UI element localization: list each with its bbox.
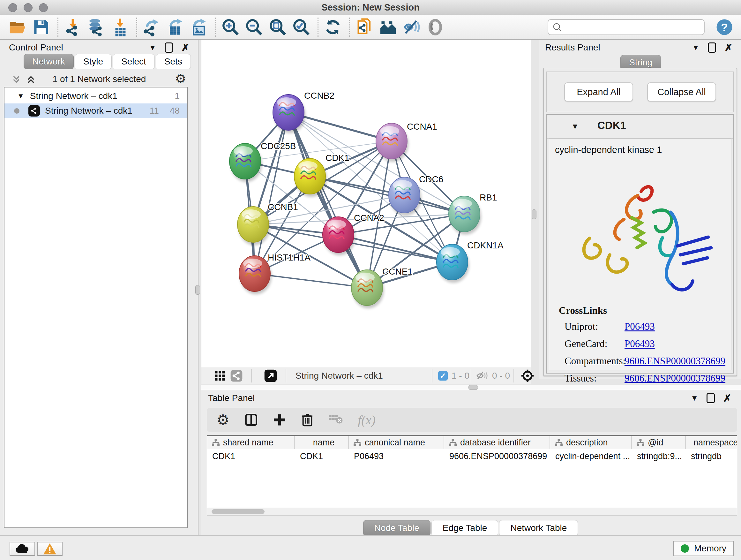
crosslink-tissues-link[interactable]: 9606.ENSP00000378699	[624, 373, 725, 384]
search-input[interactable]	[548, 19, 704, 35]
cell-canonical-name[interactable]: P06493	[349, 449, 444, 463]
network-view-footer: String Network – cdk1 ✓ 1 - 0 0 - 0	[201, 367, 531, 384]
refresh-view-icon[interactable]	[324, 18, 342, 37]
network-view-dot-icon	[14, 108, 19, 114]
zoom-in-icon[interactable]	[221, 18, 240, 37]
export-image-icon[interactable]	[190, 18, 208, 37]
zoom-out-icon[interactable]	[245, 18, 263, 37]
results-panel-menu-icon[interactable]: ▼	[692, 44, 699, 51]
network-collection-row[interactable]: ▼ String Network – cdk1 1	[4, 89, 187, 104]
table-panel-menu-icon[interactable]: ▼	[690, 394, 698, 402]
tab-edge-table[interactable]: Edge Table	[431, 520, 498, 536]
zoom-fit-icon[interactable]	[268, 18, 287, 37]
gene-description: cyclin-dependent kinase 1	[555, 145, 662, 155]
column-header-shared-name[interactable]: shared name	[207, 436, 295, 449]
minimize-window-button[interactable]	[23, 3, 32, 12]
memory-button[interactable]: Memory	[673, 541, 734, 556]
collection-disclosure-icon[interactable]: ▼	[17, 92, 24, 100]
table-toolbar: ⚙ f(x)	[207, 408, 737, 432]
tab-select[interactable]: Select	[113, 54, 155, 69]
cell-name[interactable]: CDK1	[295, 449, 349, 463]
string-network-icon	[28, 105, 40, 117]
string-results-box: Expand All Collapse All ▼ CDK1 cyclin-de…	[543, 68, 737, 376]
help-icon[interactable]: ?	[716, 18, 733, 36]
show-results-icon[interactable]	[426, 18, 445, 37]
control-panel-float-icon[interactable]	[165, 43, 173, 53]
results-panel-float-icon[interactable]	[708, 43, 716, 53]
export-network-icon[interactable]	[142, 18, 161, 37]
network-options-gear-icon[interactable]: ⚙	[175, 72, 186, 85]
show-columns-icon[interactable]	[244, 413, 258, 427]
node-label-ccne1: CCNE1	[382, 266, 413, 276]
table-panel-float-icon[interactable]	[706, 393, 715, 403]
import-network-file-icon[interactable]	[64, 18, 82, 37]
network-share-view-icon[interactable]	[230, 369, 243, 382]
column-header-name[interactable]: name	[295, 436, 349, 449]
control-panel-menu-icon[interactable]: ▼	[149, 44, 156, 51]
column-header-id[interactable]: @id	[632, 436, 686, 449]
table-panel-close-icon[interactable]: ✗	[723, 393, 731, 403]
cell-shared-name[interactable]: CDK1	[207, 449, 295, 463]
splitter-handle-left[interactable]	[195, 285, 200, 295]
column-header-canonical-name[interactable]: canonical name	[349, 436, 444, 449]
crosslink-compartments-link[interactable]: 9606.ENSP00000378699	[624, 355, 725, 367]
network-row[interactable]: String Network – cdk1 11 48	[4, 104, 187, 118]
cell-id[interactable]: stringdb:9...	[632, 449, 686, 463]
zoom-selected-icon[interactable]	[292, 18, 311, 37]
open-session-icon[interactable]	[8, 18, 27, 37]
cloud-button[interactable]	[10, 542, 35, 556]
collapse-all-button[interactable]: Collapse All	[647, 82, 716, 102]
table-horizontal-scrollbar[interactable]	[207, 508, 737, 516]
tab-node-table[interactable]: Node Table	[363, 520, 430, 536]
hide-results-icon[interactable]	[402, 18, 421, 37]
network-node-ccnb1: CCNB1	[238, 202, 298, 245]
birds-eye-view-icon[interactable]	[521, 369, 535, 383]
tab-sets[interactable]: Sets	[156, 54, 191, 69]
table-options-gear-icon[interactable]: ⚙	[216, 413, 229, 427]
warning-button[interactable]	[37, 542, 63, 556]
add-column-icon[interactable]	[273, 413, 286, 427]
splitter-handle-bottom[interactable]	[468, 385, 478, 390]
toolbar-separator	[215, 17, 216, 37]
tab-network[interactable]: Network	[23, 54, 74, 69]
column-header-description[interactable]: description	[550, 436, 632, 449]
warning-icon	[43, 543, 57, 555]
import-table-icon[interactable]	[111, 18, 129, 37]
tab-style[interactable]: Style	[75, 54, 112, 69]
expand-all-button[interactable]: Expand All	[564, 82, 633, 102]
export-table-icon[interactable]	[166, 18, 185, 37]
string-home-icon[interactable]	[379, 18, 397, 37]
cell-namespace[interactable]: stringdb	[686, 449, 737, 463]
import-network-database-icon[interactable]	[87, 18, 106, 37]
share-document-icon[interactable]	[355, 18, 374, 37]
table-row[interactable]: CDK1 CDK1 P06493 9606.ENSP00000378699 cy…	[207, 449, 737, 463]
close-window-button[interactable]	[8, 3, 17, 12]
cell-database-identifier[interactable]: 9606.ENSP00000378699	[444, 449, 550, 463]
column-type-icon	[636, 439, 645, 446]
network-canvas[interactable]: CCNB2CCNA1CDC25BCDK1CDC6RB1CCNB1CCNA2CDK…	[201, 40, 531, 367]
grid-view-icon[interactable]	[214, 370, 226, 381]
column-type-icon	[555, 439, 563, 446]
maximize-window-button[interactable]	[39, 3, 48, 12]
cell-description[interactable]: cyclin-dependent ...	[550, 449, 632, 463]
search-box	[548, 19, 704, 35]
selected-count: 1 - 0	[452, 371, 469, 381]
results-panel-close-icon[interactable]: ✗	[724, 43, 733, 53]
crosslink-label: Tissues:	[559, 373, 624, 384]
scrollbar-thumb[interactable]	[212, 509, 265, 514]
crosslink-genecard-link[interactable]: P06493	[624, 338, 655, 350]
tab-network-table[interactable]: Network Table	[499, 520, 578, 536]
open-in-new-window-icon[interactable]	[264, 369, 277, 382]
splitter-handle-right[interactable]	[532, 209, 536, 219]
delete-column-icon[interactable]	[301, 413, 314, 427]
save-session-icon[interactable]	[32, 18, 51, 37]
selected-checkbox-icon[interactable]: ✓	[438, 371, 448, 381]
window-controls[interactable]	[8, 3, 48, 12]
gene-section-header[interactable]: ▼ CDK1	[547, 115, 733, 138]
control-panel-close-icon[interactable]: ✗	[181, 43, 190, 53]
column-header-database-identifier[interactable]: database identifier	[444, 436, 550, 449]
crosslink-uniprot-link[interactable]: P06493	[624, 321, 655, 332]
gene-disclosure-icon[interactable]: ▼	[571, 122, 579, 131]
column-header-namespace[interactable]: namespace	[686, 436, 737, 449]
title-bar: Session: New Session	[0, 0, 741, 15]
